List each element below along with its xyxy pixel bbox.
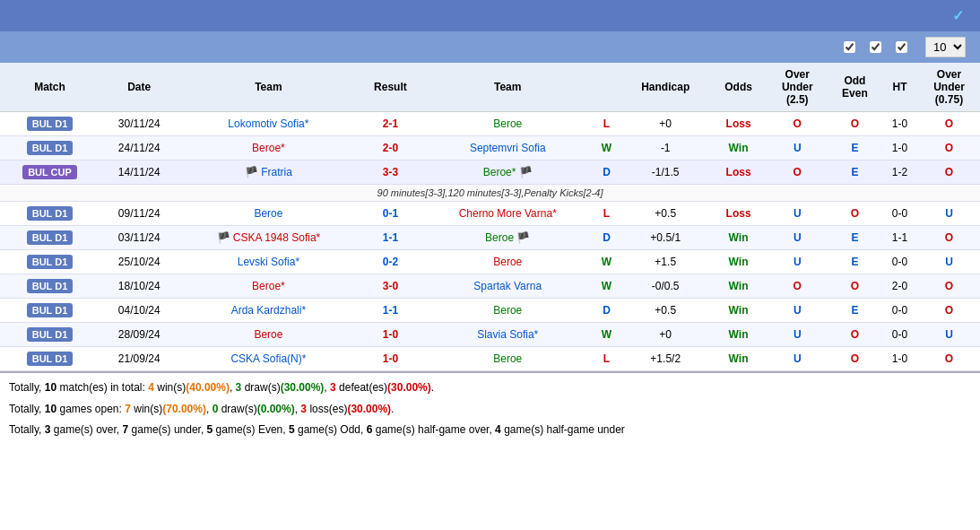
cell-ou25: O (767, 274, 828, 299)
cell-result: 0-2 (358, 250, 422, 274)
cell-hl: D (593, 226, 620, 250)
cell-odds: Win (710, 250, 766, 274)
cell-team2: Septemvri Sofia (423, 136, 593, 161)
cell-ou25: U (767, 250, 828, 274)
cell-badge: BUL D1 (0, 299, 100, 323)
cell-result: 3-0 (358, 274, 422, 299)
cell-team2: Beroe (423, 299, 593, 323)
filter-intcf[interactable] (844, 41, 859, 53)
col-handicap: Handicap (620, 63, 710, 112)
intcf-checkbox[interactable] (844, 41, 855, 53)
display-notes-check[interactable]: ✓ (952, 7, 964, 24)
cell-date: 04/10/24 (100, 299, 178, 323)
cell-oe: E (828, 226, 881, 250)
cell-ht: 1-0 (881, 347, 918, 371)
cell-ou075: O (918, 161, 980, 185)
cell-team1: 🏴 CSKA 1948 Sofia* (178, 226, 358, 250)
cell-oe: O (828, 347, 881, 371)
cell-oe: O (828, 112, 881, 136)
cell-ou075: U (918, 250, 980, 274)
cell-ou25: U (767, 323, 828, 347)
cell-ht: 0-0 (881, 323, 918, 347)
cell-result: 0-1 (358, 202, 422, 226)
cell-ht: 0-0 (881, 250, 918, 274)
cell-team2: Spartak Varna (423, 274, 593, 299)
cell-ht: 1-2 (881, 161, 918, 185)
display-notes-control: ✓ (952, 7, 969, 24)
cell-hl: W (593, 250, 620, 274)
cell-date: 03/11/24 (100, 226, 178, 250)
cell-result: 1-0 (358, 347, 422, 371)
cell-oe: O (828, 323, 881, 347)
cell-handicap: +0 (620, 112, 710, 136)
summary-line2: Totally, 10 games open: 7 win(s)(70.00%)… (9, 400, 971, 420)
cell-odds: Win (710, 299, 766, 323)
cell-date: 28/09/24 (100, 323, 178, 347)
cell-ou075: O (918, 299, 980, 323)
cell-ou075: O (918, 136, 980, 161)
cell-result: 1-1 (358, 299, 422, 323)
table-row: BUL D1 03/11/24 🏴 CSKA 1948 Sofia* 1-1 B… (0, 226, 980, 250)
summary-section: Totally, 10 match(es) in total: 4 win(s)… (0, 371, 980, 447)
cell-ou075: O (918, 112, 980, 136)
cell-hl: D (593, 299, 620, 323)
cell-oe: O (828, 202, 881, 226)
table-header-row: Match Date Team Result Team Handicap Odd… (0, 63, 980, 112)
cell-odds: Win (710, 323, 766, 347)
cell-ht: 2-0 (881, 274, 918, 299)
cell-odds: Win (710, 347, 766, 371)
filter-bulcup[interactable] (896, 41, 911, 53)
cell-ou075: O (918, 226, 980, 250)
last-select-input[interactable]: 5 10 20 All (925, 37, 966, 57)
bulcup-checkbox[interactable] (896, 41, 907, 53)
table-row: BUL D1 04/10/24 Arda Kardzhali* 1-1 Bero… (0, 299, 980, 323)
cell-team2: Cherno More Varna* (423, 202, 593, 226)
cell-odds: Loss (710, 161, 766, 185)
cell-ou075: U (918, 202, 980, 226)
cell-date: 14/11/24 (100, 161, 178, 185)
buld1-checkbox[interactable] (870, 41, 881, 53)
cell-oe: E (828, 136, 881, 161)
cell-odds: Win (710, 136, 766, 161)
cell-result: 3-3 (358, 161, 422, 185)
cell-badge: BUL D1 (0, 250, 100, 274)
cell-team2: Beroe (423, 347, 593, 371)
filter-buld1[interactable] (870, 41, 885, 53)
cell-handicap: +1.5/2 (620, 347, 710, 371)
cell-result: 2-1 (358, 112, 422, 136)
cell-badge: BUL D1 (0, 226, 100, 250)
cell-team1: CSKA Sofia(N)* (178, 347, 358, 371)
cell-result: 1-1 (358, 226, 422, 250)
cell-ou075: O (918, 274, 980, 299)
col-result: Result (358, 63, 422, 112)
cell-handicap: +0 (620, 323, 710, 347)
cell-ou25: O (767, 112, 828, 136)
scores-table: Match Date Team Result Team Handicap Odd… (0, 63, 980, 371)
table-row: BUL CUP 14/11/24 🏴 Fratria 3-3 Beroe* 🏴 … (0, 161, 980, 185)
filter-bar: 5 10 20 All (0, 31, 980, 63)
cell-oe: E (828, 250, 881, 274)
cell-ou25: O (767, 161, 828, 185)
col-match: Match (0, 63, 100, 112)
cell-oe: E (828, 299, 881, 323)
cell-ou25: U (767, 299, 828, 323)
cell-badge: BUL D1 (0, 347, 100, 371)
col-ht: HT (881, 63, 918, 112)
cell-date: 18/10/24 (100, 274, 178, 299)
col-hl (593, 63, 620, 112)
cell-hl: W (593, 136, 620, 161)
summary-line3: Totally, 3 game(s) over, 7 game(s) under… (9, 421, 971, 440)
cell-result: 2-0 (358, 136, 422, 161)
cell-hl: W (593, 274, 620, 299)
cell-team1: Beroe (178, 202, 358, 226)
cell-date: 30/11/24 (100, 112, 178, 136)
summary-line1: Totally, 10 match(es) in total: 4 win(s)… (9, 378, 971, 398)
table-row: BUL D1 24/11/24 Beroe* 2-0 Septemvri Sof… (0, 136, 980, 161)
last-games-selector[interactable]: 5 10 20 All (922, 37, 969, 57)
col-team2: Team (423, 63, 593, 112)
cell-team2: Beroe* 🏴 (423, 161, 593, 185)
cell-hl: L (593, 112, 620, 136)
cell-hl: L (593, 347, 620, 371)
cell-team1: Beroe* (178, 274, 358, 299)
cell-handicap: -0/0.5 (620, 274, 710, 299)
